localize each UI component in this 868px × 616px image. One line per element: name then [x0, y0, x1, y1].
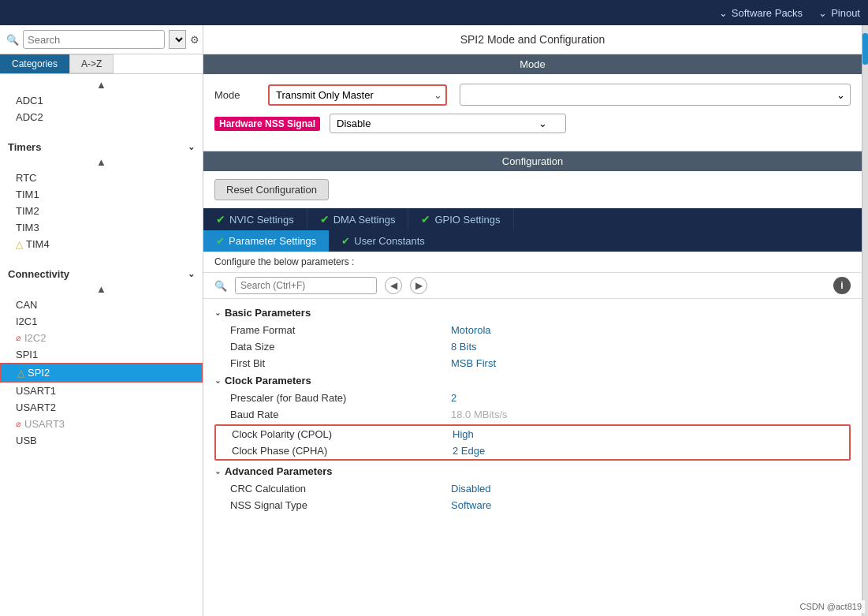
param-row-crc: CRC Calculation Disabled [214, 480, 851, 497]
params-content: ⌄ Basic Parameters Frame Format Motorola… [203, 299, 862, 616]
group-header-advanced[interactable]: ⌄ Advanced Parameters [214, 462, 851, 480]
chevron-down-icon: ⌄ [719, 7, 728, 19]
param-value-first-bit: MSB First [451, 357, 496, 369]
sidebar-item-can[interactable]: CAN [0, 297, 203, 313]
sidebar-tabs: Categories A->Z [0, 54, 203, 74]
param-value-nss-type: Software [451, 499, 491, 511]
check-icon-params: ✔ [216, 235, 225, 247]
check-icon-user: ✔ [341, 235, 350, 247]
nss-select[interactable]: Disable [333, 116, 538, 131]
group-timers[interactable]: Timers ⌄ [0, 136, 203, 155]
params-label-text: Parameter Settings [229, 235, 316, 247]
sidebar-list: ▲ ADC1 ADC2 Timers ⌄ ▲ RTC TIM1 TIM2 TIM… [0, 74, 203, 616]
sidebar-item-adc1[interactable]: ADC1 [0, 92, 203, 109]
sidebar-item-spi2[interactable]: △ SPI2 [0, 363, 203, 383]
param-value-cpol: High [453, 428, 474, 440]
sidebar-item-usb[interactable]: USB [0, 432, 203, 449]
group-header-basic[interactable]: ⌄ Basic Parameters [214, 304, 851, 322]
check-icon-gpio: ✔ [421, 213, 430, 226]
param-row-prescaler: Prescaler (for Baud Rate) 2 [214, 390, 851, 406]
mode-select-arrow: ⌄ [434, 89, 442, 101]
sidebar-item-usart3[interactable]: ⌀ USART3 [0, 416, 203, 432]
nss-label: Hardware NSS Signal [214, 117, 320, 131]
warning-icon: △ [16, 239, 23, 250]
param-value-baud-rate: 18.0 MBits/s [451, 409, 508, 420]
param-row-cpha: Clock Phase (CPHA) 2 Edge [216, 442, 849, 459]
mode-label: Mode [214, 89, 262, 101]
config-section-header: Configuration [203, 151, 862, 171]
pinout-label: Pinout [831, 7, 860, 19]
mode-select[interactable]: Transmit Only Master [273, 88, 430, 103]
mode-section: Mode Transmit Only Master ⌄ ⌄ Hardware N… [203, 74, 862, 151]
next-param-btn[interactable]: ▶ [410, 277, 427, 294]
sidebar-item-i2c1[interactable]: I2C1 [0, 313, 203, 330]
clock-polarity-highlight-box: Clock Polarity (CPOL) High Clock Phase (… [214, 424, 851, 461]
param-name-crc: CRC Calculation [230, 483, 451, 495]
tab-parameter-settings[interactable]: ✔ Parameter Settings [203, 230, 329, 252]
sidebar-search-dropdown[interactable] [169, 30, 186, 49]
param-row-first-bit: First Bit MSB First [214, 355, 851, 371]
watermark: CSDN @act819 [797, 600, 865, 613]
param-value-prescaler: 2 [451, 392, 456, 404]
param-row-data-size: Data Size 8 Bits [214, 338, 851, 355]
tab-az[interactable]: A->Z [69, 54, 114, 73]
chevron-advanced: ⌄ [214, 467, 221, 476]
tab-nvic[interactable]: ✔ NVIC Settings [203, 208, 307, 230]
info-icon[interactable]: i [833, 277, 851, 294]
mode-extra-dropdown[interactable]: ⌄ [460, 84, 851, 106]
check-icon-nvic: ✔ [216, 213, 225, 226]
sidebar-item-i2c2[interactable]: ⌀ I2C2 [0, 330, 203, 346]
sidebar-item-usart2[interactable]: USART2 [0, 399, 203, 416]
scrollbar-thumb[interactable] [862, 33, 868, 65]
nss-select-wrapper[interactable]: Disable ⌄ [330, 114, 566, 133]
param-name-frame-format: Frame Format [230, 324, 451, 336]
tab-dma[interactable]: ✔ DMA Settings [307, 208, 409, 230]
param-name-first-bit: First Bit [230, 357, 451, 369]
chevron-basic: ⌄ [214, 308, 221, 317]
param-name-cpol: Clock Polarity (CPOL) [232, 428, 453, 440]
check-icon-dma: ✔ [320, 213, 330, 226]
search-params-input[interactable] [235, 277, 377, 294]
user-constants-label: User Constants [354, 235, 425, 247]
param-value-frame-format: Motorola [451, 324, 491, 336]
sidebar-item-rtc[interactable]: RTC [0, 170, 203, 186]
tab-user-constants[interactable]: ✔ User Constants [329, 230, 438, 252]
pinout-btn[interactable]: ⌄ Pinout [818, 7, 860, 19]
sidebar: 🔍 ⚙ Categories A->Z ▲ ADC1 ADC2 Timers ⌄… [0, 25, 203, 616]
prev-param-btn[interactable]: ◀ [385, 277, 402, 294]
sidebar-item-tim1[interactable]: TIM1 [0, 186, 203, 203]
ban-icon: ⌀ [16, 333, 21, 343]
tab-gpio[interactable]: ✔ GPIO Settings [408, 208, 513, 230]
param-value-crc: Disabled [451, 483, 491, 495]
tab-categories[interactable]: Categories [0, 54, 69, 73]
sidebar-item-adc2[interactable]: ADC2 [0, 109, 203, 125]
mode-section-header: Mode [203, 54, 862, 74]
chevron-clock: ⌄ [214, 376, 221, 385]
search-params-row: 🔍 ◀ ▶ i [203, 273, 862, 299]
connectivity-scroll-up[interactable]: ▲ [0, 282, 203, 297]
sidebar-item-spi1[interactable]: SPI1 [0, 346, 203, 363]
param-row-frame-format: Frame Format Motorola [214, 322, 851, 338]
group-header-clock[interactable]: ⌄ Clock Parameters [214, 371, 851, 390]
sidebar-item-tim4[interactable]: △ TIM4 [0, 236, 203, 252]
mode-extra-chevron: ⌄ [836, 89, 845, 101]
param-row-baud-rate: Baud Rate 18.0 MBits/s [214, 406, 851, 423]
sidebar-item-tim2[interactable]: TIM2 [0, 203, 203, 219]
scroll-up-btn[interactable]: ▲ [0, 77, 203, 92]
sidebar-item-usart1[interactable]: USART1 [0, 383, 203, 399]
timers-scroll-up[interactable]: ▲ [0, 155, 203, 170]
reset-config-button[interactable]: Reset Configuration [214, 179, 329, 200]
top-bar: ⌄ Software Packs ⌄ Pinout [0, 0, 868, 25]
sidebar-item-tim3[interactable]: TIM3 [0, 219, 203, 236]
software-packs-btn[interactable]: ⌄ Software Packs [719, 7, 803, 19]
dma-label: DMA Settings [333, 214, 396, 226]
scrollbar[interactable] [862, 25, 868, 616]
param-name-prescaler: Prescaler (for Baud Rate) [230, 392, 451, 404]
group-connectivity[interactable]: Connectivity ⌄ [0, 263, 203, 282]
mode-select-wrapper[interactable]: Transmit Only Master ⌄ [268, 84, 447, 106]
gear-icon[interactable]: ⚙ [190, 30, 199, 49]
nss-chevron: ⌄ [538, 118, 547, 129]
sidebar-search-input[interactable] [23, 30, 165, 49]
timers-chevron: ⌄ [188, 142, 195, 152]
content-title: SPI2 Mode and Configuration [203, 25, 862, 54]
